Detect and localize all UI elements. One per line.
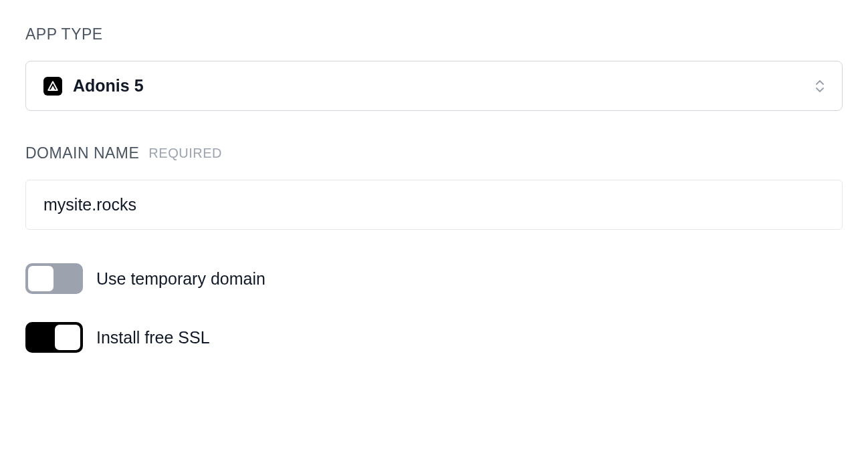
domain-name-label: DOMAIN NAME (25, 144, 139, 162)
temporary-domain-label: Use temporary domain (96, 269, 265, 289)
required-badge: REQUIRED (148, 146, 222, 161)
app-type-label: APP TYPE (25, 25, 843, 43)
temporary-domain-toggle[interactable] (25, 263, 83, 294)
install-ssl-row: Install free SSL (25, 322, 843, 353)
app-type-value: Adonis 5 (73, 76, 144, 96)
domain-name-input[interactable] (25, 180, 843, 230)
domain-name-field: DOMAIN NAME REQUIRED (25, 144, 843, 230)
temporary-domain-row: Use temporary domain (25, 263, 843, 294)
chevron-updown-icon (815, 80, 825, 92)
domain-name-label-row: DOMAIN NAME REQUIRED (25, 144, 843, 162)
toggle-knob (28, 266, 53, 291)
app-type-select[interactable]: Adonis 5 (25, 61, 843, 111)
install-ssl-toggle[interactable] (25, 322, 83, 353)
adonis-icon (43, 77, 62, 96)
select-content: Adonis 5 (43, 76, 144, 96)
toggle-knob (55, 325, 80, 350)
install-ssl-label: Install free SSL (96, 328, 210, 347)
app-type-field: APP TYPE Adonis 5 (25, 25, 843, 111)
